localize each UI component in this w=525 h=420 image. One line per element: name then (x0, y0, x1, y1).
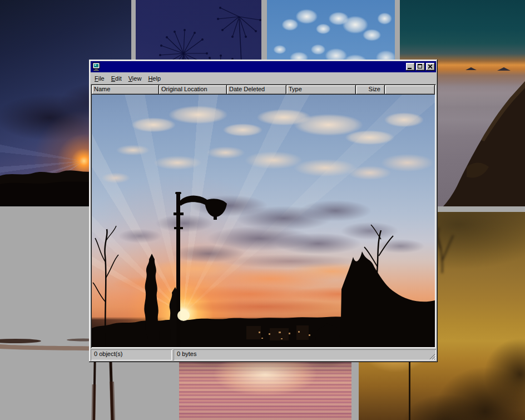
column-header-row: Name Original Location Date Deleted Type… (92, 85, 435, 95)
close-button[interactable] (426, 63, 435, 71)
title-bar[interactable] (91, 61, 436, 72)
column-header-original-location[interactable]: Original Location (159, 85, 227, 95)
column-header-size[interactable]: Size (356, 85, 385, 95)
resize-grip[interactable] (428, 353, 435, 360)
status-bar: 0 object(s) 0 bytes (91, 348, 436, 360)
sunset-lamppost-photo (92, 95, 435, 347)
column-header-name[interactable]: Name (92, 85, 159, 95)
column-header-type[interactable]: Type (286, 85, 356, 95)
menu-bar: File Edit View Help (91, 72, 436, 84)
minimize-button[interactable] (406, 63, 415, 71)
maximize-button[interactable] (416, 63, 425, 71)
minimize-icon (408, 68, 412, 69)
maximize-icon (418, 64, 422, 68)
file-list-view[interactable]: Name Original Location Date Deleted Type… (91, 84, 436, 348)
recycle-bin-window: File Edit View Help Name Original Locati… (89, 60, 438, 362)
status-object-count: 0 object(s) (91, 349, 172, 360)
menu-help[interactable]: Help (145, 74, 164, 83)
column-header-filler[interactable] (385, 85, 435, 95)
computer-icon (92, 62, 101, 71)
menu-edit[interactable]: Edit (108, 74, 125, 83)
menu-view[interactable]: View (125, 74, 145, 83)
menu-file[interactable]: File (91, 74, 108, 83)
status-total-size: 0 bytes (174, 349, 436, 360)
desktop: { "background": { "gutter_color": "#a8a8… (0, 0, 525, 420)
foreground-silhouettes (92, 95, 435, 347)
close-icon (428, 65, 433, 69)
column-header-date-deleted[interactable]: Date Deleted (227, 85, 286, 95)
